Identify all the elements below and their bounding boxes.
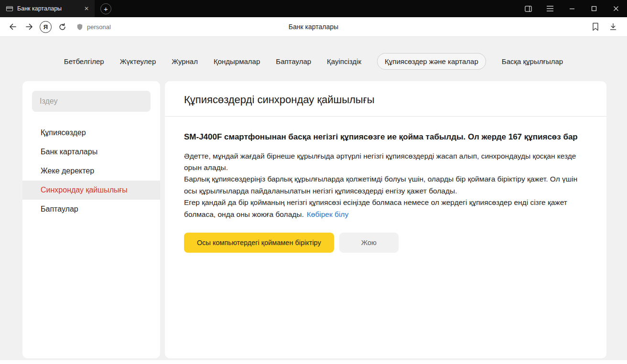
downloads-icon[interactable]	[609, 22, 617, 31]
settings-nav-tabs: Бетбелгілер Жүктеулер Журнал Қондырмалар…	[0, 37, 627, 70]
delete-storage-button[interactable]: Жою	[339, 233, 399, 253]
sidebar-item-personal-data[interactable]: Жеке деректер	[22, 161, 160, 181]
tab-extensions[interactable]: Қондырмалар	[214, 54, 260, 69]
tab-title: Банк карталары	[17, 5, 78, 12]
tab-bookmarks[interactable]: Бетбелгілер	[64, 54, 104, 69]
conflict-heading: SM-J400F смартфонынан басқа негізгі құпи…	[184, 131, 585, 143]
cards-row: Құпиясөздер Банк карталары Жеке деректер…	[22, 81, 606, 358]
main-panel-title: Құпиясөздерді синхрондау қайшылығы	[184, 94, 587, 106]
merge-storage-button[interactable]: Осы компьютердегі қоймамен біріктіру	[184, 233, 334, 253]
browser-window: Банк карталары ✕ +	[0, 0, 627, 364]
settings-page: Бетбелгілер Жүктеулер Журнал Қондырмалар…	[0, 37, 627, 360]
tab-close-icon[interactable]: ✕	[82, 4, 91, 13]
search-input[interactable]	[32, 97, 151, 106]
tab-passwords-and-cards[interactable]: Құпиясөздер және карталар	[377, 53, 486, 70]
conflict-paragraph-3: Егер қандай да бір қойманың негізгі құпи…	[184, 197, 587, 220]
conflict-paragraph-2: Барлық құпиясөздеріңіз барлық құрылғылар…	[184, 173, 587, 197]
sidebar-item-settings[interactable]: Баптаулар	[22, 200, 160, 219]
main-panel: Құпиясөздерді синхрондау қайшылығы SM-J4…	[165, 81, 606, 358]
tab-settings[interactable]: Баптаулар	[276, 54, 311, 69]
new-tab-button[interactable]: +	[100, 3, 111, 14]
side-panel-icon[interactable]	[517, 0, 539, 17]
toolbar: Я personal Банк карталары	[0, 17, 627, 37]
shield-icon	[76, 23, 84, 31]
minimize-button[interactable]	[561, 0, 583, 17]
window-bottom-strip	[0, 360, 627, 364]
tab-history[interactable]: Журнал	[172, 54, 198, 69]
titlebar: Банк карталары ✕ +	[0, 0, 627, 17]
main-body: SM-J400F смартфонынан басқа негізгі құпи…	[165, 117, 606, 267]
tab-favicon-icon	[6, 5, 13, 12]
refresh-icon[interactable]	[54, 19, 70, 34]
titlebar-controls	[517, 0, 627, 17]
yandex-logo-icon[interactable]: Я	[40, 21, 52, 33]
sidebar-item-sync-conflict[interactable]: Синхрондау қайшылығы	[22, 181, 160, 200]
sidebar: Құпиясөздер Банк карталары Жеке деректер…	[22, 81, 160, 358]
search-box	[32, 91, 151, 112]
maximize-button[interactable]	[583, 0, 605, 17]
menu-icon[interactable]	[539, 0, 561, 17]
conflict-paragraph-1: Әдетте, мұндай жағдай бірнеше құрылғыда …	[184, 150, 587, 174]
back-icon[interactable]	[5, 19, 21, 34]
tab-security[interactable]: Қауіпсіздік	[327, 54, 361, 69]
tab-other-devices[interactable]: Басқа құрылғылар	[502, 54, 563, 69]
learn-more-link[interactable]: Көбірек білу	[307, 210, 348, 218]
sidebar-item-passwords[interactable]: Құпиясөздер	[22, 123, 160, 142]
close-window-button[interactable]	[605, 0, 627, 17]
sidebar-menu: Құпиясөздер Банк карталары Жеке деректер…	[22, 123, 160, 219]
sidebar-item-bank-cards[interactable]: Банк карталары	[22, 142, 160, 161]
tab-downloads[interactable]: Жүктеулер	[120, 54, 156, 69]
conflict-paragraph-3-text: Егер қандай да бір қойманың негізгі құпи…	[184, 198, 567, 218]
bookmark-icon[interactable]	[592, 22, 599, 31]
protect-label: personal	[87, 23, 111, 31]
toolbar-right	[592, 22, 620, 31]
action-buttons: Осы компьютердегі қоймамен біріктіру Жою	[184, 233, 587, 253]
protect-badge[interactable]: personal	[76, 23, 111, 31]
main-header: Құпиясөздерді синхрондау қайшылығы	[165, 81, 606, 116]
page-title: Банк карталары	[289, 23, 338, 31]
browser-tab[interactable]: Банк карталары ✕	[0, 0, 95, 17]
forward-icon[interactable]	[21, 19, 37, 34]
